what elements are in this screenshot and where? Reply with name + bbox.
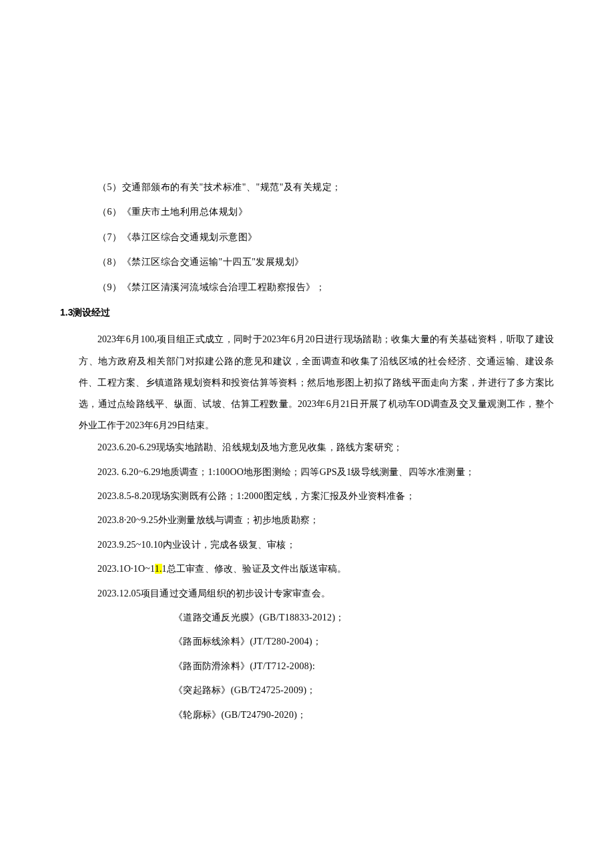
reference-line: 《突起路标》(GB/T24725-2009)；: [174, 683, 554, 698]
text-before-highlight: 2023.1O·1O~1: [97, 564, 155, 574]
schedule-line: 2023. 6.20~6.29地质调查；1:100OO地形图测绘；四等GPS及1…: [97, 465, 554, 480]
reference-line: 《道路交通反光膜》(GB/T18833-2012)；: [174, 610, 554, 625]
list-item: （5）交通部颁布的有关"技术标准"、"规范"及有关规定；: [97, 180, 554, 195]
schedule-line: 2023.9.25~10.10内业设计，完成各级复、审核；: [97, 538, 554, 552]
list-item: （8）《禁江区综合交通运输"十四五"发展规划》: [97, 255, 554, 270]
reference-line: 《路面标线涂料》(JT/T280-2004)；: [174, 634, 554, 649]
body-paragraph: 2023年6月100,项目组正式成立，同时于2023年6月20日进行现场踏勘；收…: [79, 329, 554, 436]
schedule-line: 2023.8.5-8.20现场实测既有公路；1:2000图定线，方案汇报及外业资…: [97, 489, 554, 504]
schedule-line-highlight: 2023.1O·1O~11.1总工审查、修改、验证及文件出版送审稿。: [97, 562, 554, 576]
schedule-line: 2023.8·20~9.25外业测量放线与调查；初步地质勘察；: [97, 513, 554, 528]
highlighted-text: 1.: [155, 564, 162, 574]
section-heading: 1.3测设经过: [60, 305, 554, 320]
list-item: （7）《恭江区综合交通规划示意图》: [97, 230, 554, 245]
schedule-line: 2023.12.05项目通过交通局组织的初步设计专家审查会。: [97, 586, 554, 601]
schedule-line: 2023.6.20-6.29现场实地踏勘、沿线规划及地方意见收集，路线方案研究；: [97, 440, 554, 455]
text-after-highlight: 1总工审查、修改、验证及文件出版送审稿。: [162, 564, 347, 574]
list-item: （9）《禁江区清溪河流域综合治理工程勘察报告》；: [97, 280, 554, 295]
list-item: （6）《重庆市土地利用总体规划》: [97, 205, 554, 220]
reference-line: 《路面防滑涂料》(JT/T712-2008):: [174, 659, 554, 674]
reference-line: 《轮廓标》(GB/T24790-2020)；: [174, 708, 554, 723]
